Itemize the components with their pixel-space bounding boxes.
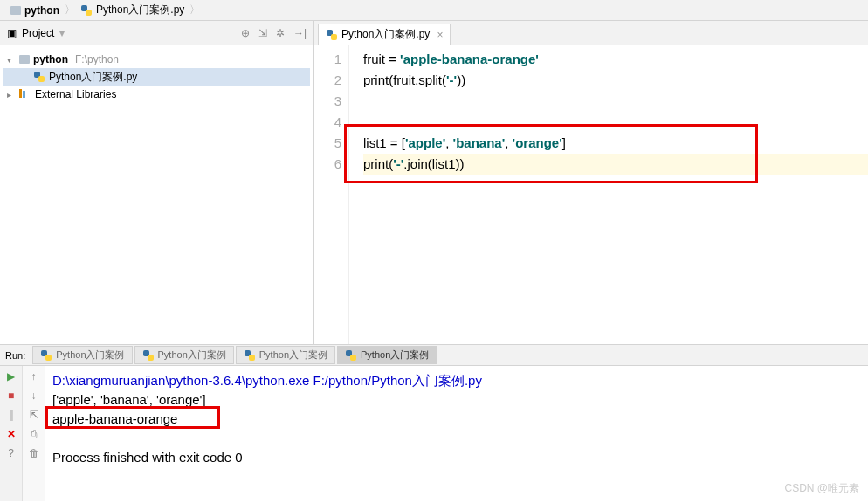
chevron-right-icon[interactable]: ▸	[7, 90, 16, 100]
breadcrumb-root[interactable]: python	[7, 4, 63, 17]
tree-file-selected[interactable]: Python入门案例.py	[3, 68, 310, 86]
python-icon	[33, 71, 45, 83]
run-tab[interactable]: Python入门案例	[134, 346, 234, 364]
stop-icon[interactable]: ■	[4, 389, 18, 403]
editor-tabs: Python入门案例.py ×	[314, 21, 868, 45]
gear-icon[interactable]: ✲	[276, 27, 285, 39]
project-pane: ▣ Project ▾ ⊕ ⇲ ✲ →| ▾ python F:\python …	[0, 21, 314, 344]
watermark: CSDN @唯元素	[784, 479, 859, 498]
console-output[interactable]: D:\xiangmuruanjian\python-3.6.4\python.e…	[45, 366, 868, 501]
breadcrumb: python 〉 Python入门案例.py 〉	[0, 0, 868, 21]
close-x-icon[interactable]: ✕	[4, 427, 18, 441]
export-icon[interactable]: ⇱	[27, 408, 41, 422]
python-icon	[40, 349, 52, 362]
python-icon	[345, 349, 357, 362]
collapse-icon[interactable]: ⇲	[258, 27, 267, 39]
chevron-right-icon: 〉	[65, 3, 75, 17]
run-left-gutter2: ↑ ↓ ⇱ ⎙ 🗑	[23, 366, 45, 501]
target-icon[interactable]: ⊕	[241, 27, 250, 39]
arrow-down-icon[interactable]: ↓	[27, 389, 41, 403]
chevron-right-icon: 〉	[189, 3, 200, 17]
pause-icon[interactable]: ‖	[4, 408, 18, 422]
python-icon	[142, 349, 155, 362]
python-icon	[80, 4, 93, 17]
project-tree: ▾ python F:\python Python入门案例.py ▸ Exter…	[0, 45, 313, 108]
folder-icon	[19, 55, 30, 64]
folder-icon	[10, 6, 21, 15]
chevron-down-icon[interactable]: ▾	[7, 55, 16, 65]
library-icon	[19, 89, 31, 100]
breadcrumb-file[interactable]: Python入门案例.py	[77, 3, 188, 17]
python-icon	[326, 29, 338, 41]
arrow-up-icon[interactable]: ↑	[27, 369, 41, 383]
run-body: ▶ ■ ‖ ✕ ? ↑ ↓ ⇱ ⎙ 🗑 D:\xiangmuruanjian\p…	[0, 366, 868, 501]
run-tabs-bar: Run: Python入门案例 Python入门案例 Python入门案例 Py…	[0, 345, 868, 366]
gutter: 123 456	[314, 45, 349, 344]
editor-pane: Python入门案例.py × 123 456 fruit = 'apple-b…	[314, 21, 868, 344]
layout-icon[interactable]: ▣	[7, 27, 17, 39]
python-icon	[244, 349, 256, 362]
run-label: Run:	[5, 350, 25, 361]
trash-icon[interactable]: 🗑	[27, 446, 41, 460]
tree-external-libs[interactable]: ▸ External Libraries	[3, 86, 310, 103]
hide-icon[interactable]: →|	[293, 27, 307, 39]
print-icon[interactable]: ⎙	[27, 427, 41, 441]
help-icon[interactable]: ?	[4, 446, 18, 460]
run-tab-active[interactable]: Python入门案例	[337, 346, 437, 364]
run-tab[interactable]: Python入门案例	[32, 346, 132, 364]
run-tab[interactable]: Python入门案例	[236, 346, 335, 364]
run-left-gutter: ▶ ■ ‖ ✕ ?	[0, 366, 23, 501]
project-header-label: Project	[22, 27, 54, 39]
project-header: ▣ Project ▾ ⊕ ⇲ ✲ →|	[0, 21, 313, 45]
tree-root[interactable]: ▾ python F:\python	[3, 51, 310, 68]
dropdown-icon[interactable]: ▾	[59, 27, 65, 39]
code-area[interactable]: fruit = 'apple-banana-orange' print(frui…	[349, 45, 868, 344]
close-icon[interactable]: ×	[437, 29, 443, 41]
main-split: ▣ Project ▾ ⊕ ⇲ ✲ →| ▾ python F:\python …	[0, 21, 868, 344]
run-panel: Run: Python入门案例 Python入门案例 Python入门案例 Py…	[0, 344, 868, 501]
editor-tab[interactable]: Python入门案例.py ×	[318, 24, 451, 45]
editor[interactable]: 123 456 fruit = 'apple-banana-orange' pr…	[314, 45, 868, 344]
play-icon[interactable]: ▶	[4, 369, 18, 383]
